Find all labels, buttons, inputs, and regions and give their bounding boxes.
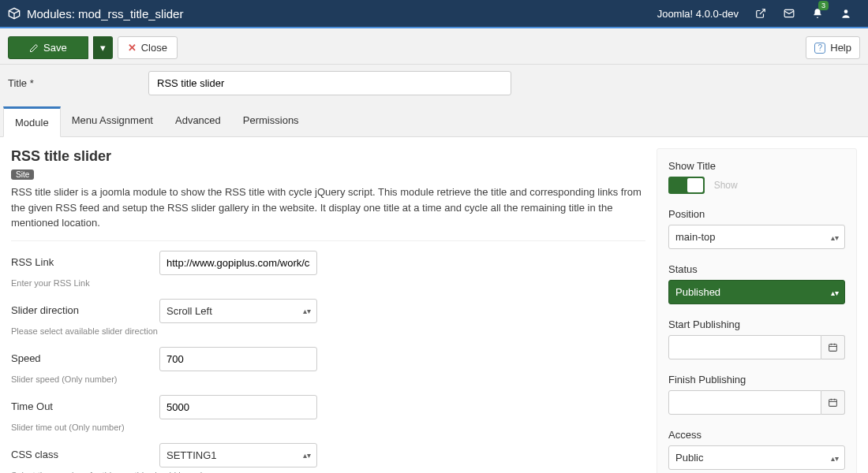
svg-rect-2 [829,345,837,352]
title-label: Title * [8,77,142,89]
user-icon[interactable] [832,0,860,28]
start-pub-calendar-button[interactable] [821,335,845,359]
css-label: CSS class [11,443,153,460]
show-title-toggle[interactable] [668,177,705,194]
close-button[interactable]: ✕ Close [118,36,178,59]
position-label: Position [668,208,845,220]
start-pub-input[interactable] [668,335,821,359]
speed-hint: Slider speed (Only number) [11,374,645,384]
rss-link-label: RSS Link [11,251,153,268]
timeout-hint: Slider time out (Only number) [11,423,645,432]
speed-input[interactable] [159,347,317,371]
calendar-icon [828,342,838,352]
status-label: Status [668,263,845,275]
title-input[interactable] [148,71,511,95]
tabs: Module Menu Assignment Advanced Permissi… [0,106,868,137]
direction-label: Slider direction [11,299,153,316]
toolbar: Save ▾ ✕ Close ? Help [0,28,868,65]
tab-advanced[interactable]: Advanced [164,106,232,136]
css-hint: Select the css class for this rss, this … [11,471,645,474]
site-badge: Site [11,169,34,180]
save-dropdown-button[interactable]: ▾ [93,36,113,59]
save-button[interactable]: Save [8,36,88,59]
start-pub-label: Start Publishing [668,318,845,330]
rss-link-input[interactable] [159,251,317,275]
status-select[interactable]: Published [668,280,845,304]
cube-icon [8,7,21,20]
svg-rect-3 [829,400,837,407]
finish-pub-input[interactable] [668,390,821,415]
notification-badge: 3 [818,1,829,10]
direction-select[interactable]: Scroll Left [159,299,317,323]
mail-icon[interactable] [775,0,803,28]
timeout-input[interactable] [159,395,317,419]
module-heading: RSS title slider [11,148,645,165]
svg-point-1 [844,9,848,13]
sidebar-panel: Show Title Show Position main-top ▴▾ Sta… [657,148,857,473]
position-select[interactable]: main-top [668,225,845,249]
rss-link-hint: Enter your RSS Link [11,278,645,288]
show-title-state: Show [714,180,738,191]
version-label: Joomla! 4.0.0-dev [657,8,739,20]
finish-pub-label: Finish Publishing [668,374,845,385]
css-select[interactable]: SETTING1 [159,443,317,467]
close-icon: ✕ [128,42,137,54]
tab-module[interactable]: Module [3,106,61,137]
finish-pub-calendar-button[interactable] [821,390,845,415]
question-icon: ? [814,43,825,54]
timeout-label: Time Out [11,395,153,412]
divider [11,240,645,241]
page-title: Modules: mod_rss_title_slider [27,7,183,20]
title-row: Title * [0,65,868,106]
tab-menu-assignment[interactable]: Menu Assignment [61,106,164,136]
caret-down-icon: ▾ [100,42,106,54]
access-label: Access [668,429,845,441]
calendar-icon [828,397,838,408]
bell-icon[interactable]: 3 [803,0,832,28]
access-select[interactable]: Public [668,445,845,470]
top-nav: Modules: mod_rss_title_slider Joomla! 4.… [0,0,868,28]
help-button[interactable]: ? Help [806,36,860,59]
speed-label: Speed [11,347,153,364]
external-link-icon[interactable] [746,0,775,28]
toggle-knob [687,178,703,192]
show-title-label: Show Title [668,160,845,172]
tab-permissions[interactable]: Permissions [232,106,310,136]
main-panel: RSS title slider Site RSS title slider i… [11,148,645,473]
pencil-icon [29,43,39,53]
module-description: RSS title slider is a joomla module to s… [11,184,645,231]
direction-hint: Please select available slider direction [11,326,645,336]
